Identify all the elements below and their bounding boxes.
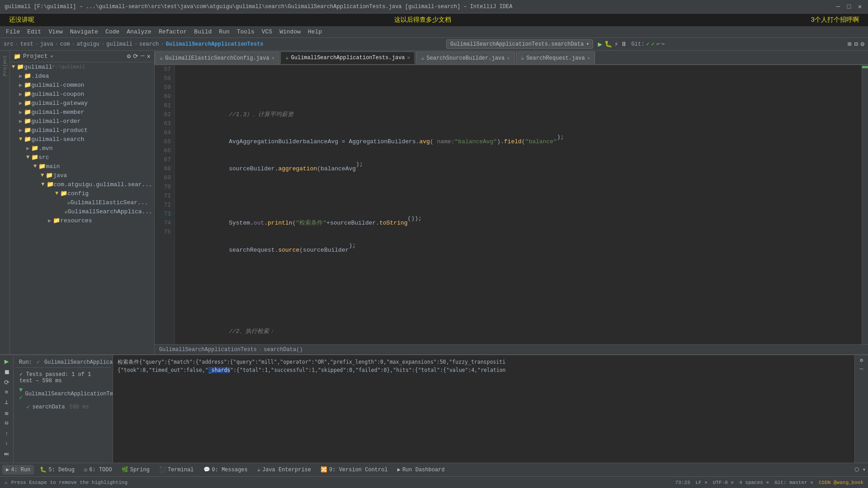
bookmark-icon[interactable]: ⊞ (848, 40, 851, 48)
tree-item-app-file[interactable]: · ☕ GulimallSearchApplica... (10, 207, 154, 216)
run-config-selector[interactable]: GulimallSearchApplicationTests.searchDat… (446, 39, 593, 49)
project-collapse-icon[interactable]: ─ (141, 52, 144, 60)
menu-run[interactable]: Run (215, 28, 233, 36)
footer-tab-messages[interactable]: 💬 0: Messages (200, 465, 251, 474)
breadcrumb-class[interactable]: GulimallSearchApplicationTests (166, 41, 264, 47)
tab-search-application-tests[interactable]: ☕ GulimallSearchApplicationTests.java ✕ (280, 52, 415, 64)
tree-item-gulimall[interactable]: ▼ 📁 gulimall F:\gulimall (10, 62, 154, 71)
run-play-icon[interactable]: ▶ (5, 357, 9, 366)
tree-item-package[interactable]: ▼ 📁 com.atguigu.gulimall.sear... (10, 180, 154, 189)
tab-close[interactable]: ✕ (272, 55, 275, 61)
tree-item-common[interactable]: ▶ 📁 gulimall-common (10, 80, 154, 89)
coverage-button[interactable]: ⚡ (614, 40, 618, 48)
code-content[interactable]: //1.3）、计算平均薪资 AvgAggregationBuilder bala… (175, 65, 862, 344)
tree-item-main[interactable]: ▼ 📁 main (10, 162, 154, 171)
test-suite-item[interactable]: ▼ ✓ GulimallSearchApplicationTest 598 ms (17, 385, 109, 402)
tree-item-coupon[interactable]: ▶ 📁 gulimall-coupon (10, 89, 154, 99)
tree-item-search[interactable]: ▼ 📁 gulimall-search (10, 135, 154, 144)
run-down-icon[interactable]: ↓ (5, 440, 8, 446)
settings-icon[interactable]: ⚙ (861, 40, 864, 48)
menu-tools[interactable]: Tools (233, 28, 258, 36)
structure-icon[interactable]: ⊟ (854, 40, 858, 48)
close-button[interactable]: ✕ (856, 3, 863, 10)
project-close-icon[interactable]: ✕ (147, 52, 151, 60)
profile-button[interactable]: ⏸ (621, 41, 627, 48)
tree-item-java[interactable]: ▼ 📁 java (10, 171, 154, 180)
menu-analyze[interactable]: Analyze (123, 28, 155, 36)
tree-item-gateway[interactable]: ▶ 📁 gulimall-gateway (10, 99, 154, 108)
maximize-button[interactable]: □ (845, 3, 853, 10)
breadcrumb-atguigu[interactable]: atguigu (77, 41, 99, 47)
run-minimize-icon[interactable]: ─ (860, 366, 863, 372)
project-gear-icon[interactable]: ⚙ (127, 52, 131, 60)
minimize-button[interactable]: ─ (835, 3, 842, 10)
run-sort-icon[interactable]: ≡ (5, 389, 9, 396)
tree-item-config-file[interactable]: · ☕ GulimallElasticSear... (10, 198, 154, 207)
tab-close[interactable]: ✕ (507, 55, 510, 61)
git-checkmark1[interactable]: ✓ (646, 41, 649, 47)
menu-code[interactable]: Code (102, 28, 123, 36)
footer-tab-run[interactable]: ▶ 4: Run (2, 465, 34, 474)
code-scroll[interactable]: 57 58 59 60 61 62 63 64 65 66 67 68 69 7… (155, 65, 868, 344)
menu-refactor[interactable]: Refactor (155, 28, 190, 36)
encoding[interactable]: UTF-8 ✕ (713, 479, 734, 485)
tab-elastic-search-config[interactable]: ☕ GulimallElasticSearchConfig.java ✕ (155, 52, 279, 64)
breadcrumb-class-name[interactable]: GulimallSearchApplicationTests (159, 347, 257, 353)
tree-item-config[interactable]: ▼ 📁 config (10, 189, 154, 198)
tree-item-product[interactable]: ▶ 📁 gulimall-product (10, 126, 154, 135)
menu-navigate[interactable]: Navigate (66, 28, 102, 36)
git-undo[interactable]: ↩ (656, 41, 660, 47)
run-output[interactable]: 检索条件{"query":{"match":{"address":{"query… (113, 355, 854, 463)
menu-edit[interactable]: Edit (24, 28, 45, 36)
cursor-position[interactable]: 73:23 (675, 480, 690, 485)
sidebar-project-label[interactable]: Project (2, 53, 8, 78)
tree-item-resources[interactable]: ▶ 📁 resources (10, 216, 154, 225)
footer-tab-debug[interactable]: 🐛 5: Debug (36, 465, 78, 474)
method-name[interactable]: searchData (32, 404, 65, 410)
run-collapse-icon[interactable]: ⊟ (5, 420, 8, 427)
run-expand-icon[interactable]: ⊞ (5, 410, 8, 417)
menu-help[interactable]: Help (304, 28, 326, 36)
breadcrumb-method-name[interactable]: searchData() (264, 347, 302, 353)
project-sync-icon[interactable]: ⟳ (133, 52, 138, 60)
breadcrumb-gulimall[interactable]: gulimall (106, 41, 132, 47)
footer-tab-terminal[interactable]: ⬛ Terminal (156, 465, 198, 474)
git-branch[interactable]: Git: master ✕ (774, 479, 813, 485)
footer-tab-todo[interactable]: ☑ 6: TODO (80, 465, 116, 474)
run-next-fail-icon[interactable]: ⏭ (4, 451, 9, 457)
run-rerun-icon[interactable]: ⟳ (4, 379, 9, 386)
breadcrumb-src[interactable]: src (4, 41, 14, 47)
run-filter-icon[interactable]: ⊥ (5, 399, 9, 406)
tree-item-member[interactable]: ▶ 📁 gulimall-member (10, 108, 154, 117)
menu-vcs[interactable]: VCS (258, 28, 276, 36)
menu-build[interactable]: Build (190, 28, 215, 36)
run-up-icon[interactable]: ↑ (5, 431, 8, 437)
git-checkmark2[interactable]: ✓ (651, 41, 655, 47)
menu-view[interactable]: View (45, 28, 66, 36)
menu-file[interactable]: File (2, 28, 24, 36)
git-redo[interactable]: ↪ (661, 41, 665, 47)
tab-close[interactable]: ✕ (587, 55, 590, 61)
tree-item-src[interactable]: ▼ 📁 src (10, 153, 154, 162)
tab-source-builder[interactable]: ☕ SearchSourceBuilder.java ✕ (416, 52, 515, 64)
footer-hide-icon[interactable]: ▾ (863, 466, 866, 473)
breadcrumb-com[interactable]: com (60, 41, 70, 47)
debug-button[interactable]: 🐛 (604, 40, 612, 48)
menu-window[interactable]: Window (276, 28, 304, 36)
tree-item-order[interactable]: ▶ 📁 gulimall-order (10, 117, 154, 126)
tree-item-idea[interactable]: ▶ 📁 .idea (10, 71, 154, 80)
footer-tab-spring[interactable]: 🌿 Spring (118, 465, 153, 474)
breadcrumb-search[interactable]: search (139, 41, 159, 47)
breadcrumb-test[interactable]: test (20, 41, 33, 47)
line-separator[interactable]: LF ✕ (695, 479, 707, 485)
test-method-item[interactable]: ✓ searchData 598 ms (17, 402, 109, 412)
breadcrumb-java[interactable]: java (40, 41, 53, 47)
run-button[interactable]: ▶ (598, 40, 602, 49)
run-config-dropdown-icon[interactable]: ▾ (586, 41, 589, 47)
footer-tab-run-dashboard[interactable]: ▶ Run Dashboard (394, 465, 448, 474)
tree-item-mvn[interactable]: ▶ 📁 .mvn (10, 144, 154, 153)
indent[interactable]: 4 spaces ✕ (739, 479, 769, 485)
run-stop-icon[interactable]: ⏹ (4, 369, 10, 376)
tab-close[interactable]: ✕ (407, 55, 410, 61)
tab-search-request[interactable]: ☕ SearchRequest.java ✕ (516, 52, 595, 64)
